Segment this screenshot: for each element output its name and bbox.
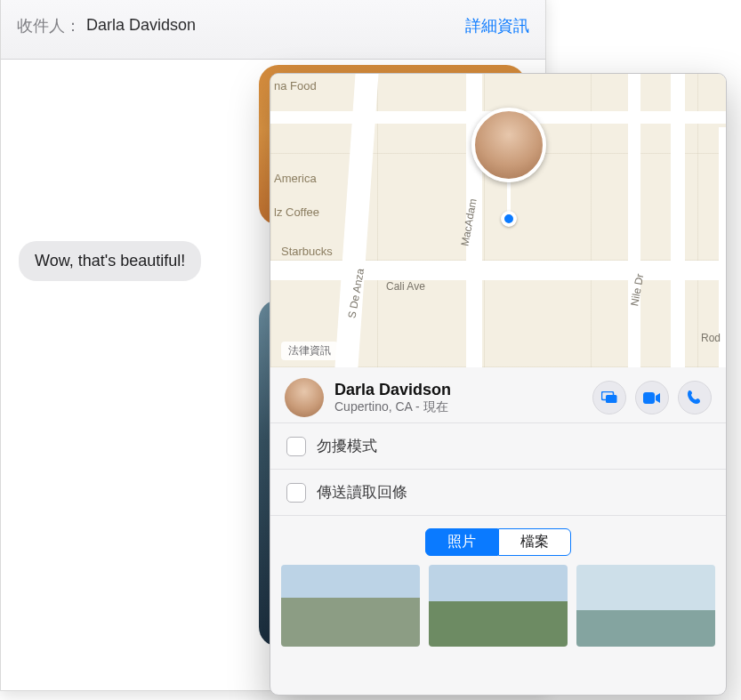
contact-location: Cupertino, CA - 現在 [334, 399, 451, 415]
location-dot-icon [501, 211, 517, 227]
road-cali: Cali Ave [386, 280, 425, 293]
details-popover: na Food America lz Coffee Starbucks S De… [270, 73, 727, 696]
received-message: Wow, that's beautiful! [19, 241, 201, 281]
tab-photos[interactable]: 照片 [425, 528, 498, 556]
chat-header: 收件人： Darla Davidson 詳細資訊 [1, 0, 545, 60]
read-receipts-label: 傳送讀取回條 [317, 482, 407, 503]
audio-call-button[interactable] [678, 381, 712, 414]
share-screen-icon [601, 391, 617, 404]
map-poi-coffee: lz Coffee [274, 205, 319, 219]
read-receipts-checkbox[interactable] [286, 483, 306, 503]
road-rod: Rod [701, 332, 721, 344]
tab-files[interactable]: 檔案 [498, 528, 571, 556]
contact-name: Darla Davidson [334, 381, 451, 399]
photo-thumb-1[interactable] [281, 565, 420, 647]
contact-pin-avatar [471, 108, 546, 182]
contact-pin[interactable] [471, 108, 546, 227]
share-screen-button[interactable] [592, 381, 626, 414]
map-poi-america: America [274, 172, 317, 185]
recipient-label: 收件人： [17, 15, 81, 36]
photo-thumbnails [270, 565, 726, 657]
photo-thumb-3[interactable] [576, 565, 715, 647]
attachments-tabs: 照片 檔案 [270, 515, 726, 565]
contact-row: Darla Davidson Cupertino, CA - 現在 [270, 367, 726, 422]
location-map[interactable]: na Food America lz Coffee Starbucks S De… [270, 74, 726, 367]
photo-thumb-2[interactable] [429, 565, 568, 647]
video-call-button[interactable] [635, 381, 669, 414]
map-legal-button[interactable]: 法律資訊 [281, 342, 338, 360]
contact-avatar[interactable] [285, 378, 324, 417]
recipient-name: Darla Davidson [86, 16, 196, 35]
dnd-checkbox[interactable] [286, 437, 306, 456]
video-icon [643, 392, 661, 404]
phone-icon [687, 390, 703, 406]
dnd-label: 勿擾模式 [317, 436, 377, 456]
svg-rect-2 [643, 392, 655, 404]
svg-rect-1 [606, 395, 617, 403]
read-receipts-row[interactable]: 傳送讀取回條 [270, 469, 726, 515]
map-poi-starbucks: Starbucks [281, 245, 333, 258]
do-not-disturb-row[interactable]: 勿擾模式 [270, 422, 726, 469]
map-poi-food: na Food [274, 79, 317, 93]
details-button[interactable]: 詳細資訊 [465, 15, 529, 36]
